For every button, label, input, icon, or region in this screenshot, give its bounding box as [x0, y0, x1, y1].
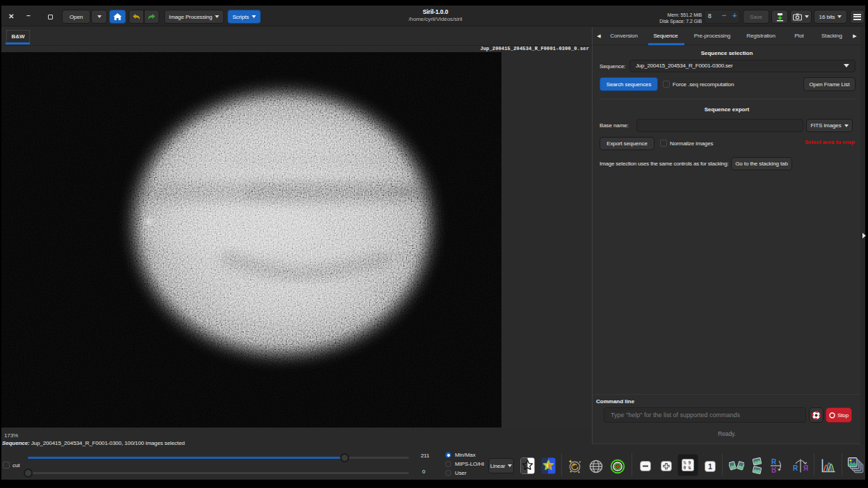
- svg-text:R: R: [771, 466, 777, 473]
- svg-text:1: 1: [708, 462, 712, 471]
- svg-text:½: ½: [684, 461, 686, 466]
- svg-text:R: R: [771, 458, 777, 466]
- svg-text:0: 0: [684, 466, 686, 471]
- svg-text:¾: ¾: [689, 466, 691, 471]
- svg-text:R: R: [793, 464, 798, 472]
- svg-text:R: R: [803, 464, 808, 472]
- svg-text:9: 9: [689, 461, 691, 466]
